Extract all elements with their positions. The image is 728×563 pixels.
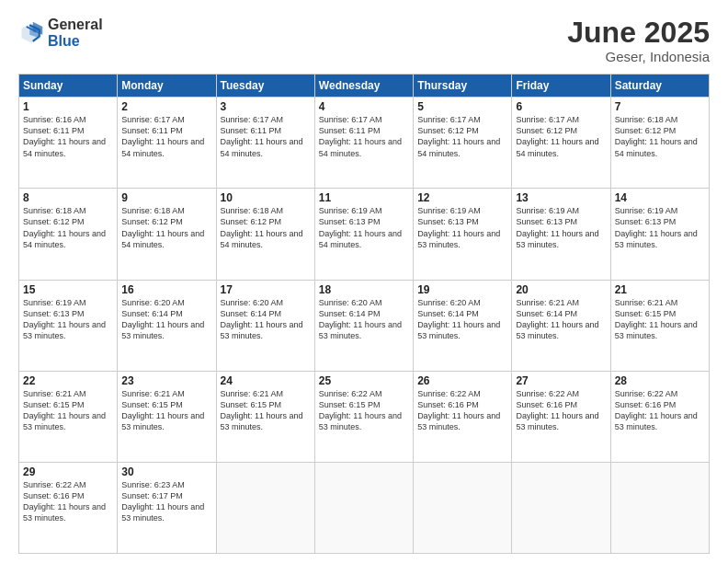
table-row: 25 Sunrise: 6:22 AMSunset: 6:15 PMDaylig… bbox=[314, 371, 413, 462]
logo: General Blue bbox=[18, 17, 103, 49]
calendar-title: June 2025 bbox=[567, 17, 710, 49]
title-block: June 2025 Geser, Indonesia bbox=[567, 17, 710, 64]
day-info: Sunrise: 6:16 AMSunset: 6:11 PMDaylight:… bbox=[23, 115, 106, 157]
day-info: Sunrise: 6:22 AMSunset: 6:16 PMDaylight:… bbox=[516, 389, 598, 431]
day-info: Sunrise: 6:19 AMSunset: 6:13 PMDaylight:… bbox=[23, 298, 106, 340]
day-info: Sunrise: 6:18 AMSunset: 6:12 PMDaylight:… bbox=[23, 206, 106, 248]
day-number: 30 bbox=[121, 465, 211, 478]
day-number: 26 bbox=[417, 374, 507, 387]
table-row: 7 Sunrise: 6:18 AMSunset: 6:12 PMDayligh… bbox=[610, 98, 709, 189]
table-row: 26 Sunrise: 6:22 AMSunset: 6:16 PMDaylig… bbox=[414, 371, 512, 462]
calendar-subtitle: Geser, Indonesia bbox=[567, 49, 710, 64]
table-row: 14 Sunrise: 6:19 AMSunset: 6:13 PMDaylig… bbox=[610, 189, 709, 280]
day-info: Sunrise: 6:22 AMSunset: 6:16 PMDaylight:… bbox=[615, 389, 698, 431]
table-row bbox=[414, 462, 512, 553]
col-sunday: Sunday bbox=[19, 75, 118, 98]
day-info: Sunrise: 6:17 AMSunset: 6:12 PMDaylight:… bbox=[417, 115, 500, 157]
calendar-row: 8 Sunrise: 6:18 AMSunset: 6:12 PMDayligh… bbox=[19, 189, 710, 280]
col-monday: Monday bbox=[118, 75, 216, 98]
day-number: 2 bbox=[121, 100, 211, 113]
day-info: Sunrise: 6:22 AMSunset: 6:15 PMDaylight:… bbox=[319, 389, 402, 431]
day-info: Sunrise: 6:20 AMSunset: 6:14 PMDaylight:… bbox=[221, 298, 303, 340]
day-number: 9 bbox=[121, 191, 211, 204]
day-number: 16 bbox=[121, 283, 211, 296]
table-row: 19 Sunrise: 6:20 AMSunset: 6:14 PMDaylig… bbox=[414, 280, 512, 371]
table-row bbox=[216, 462, 314, 553]
table-row: 29 Sunrise: 6:22 AMSunset: 6:16 PMDaylig… bbox=[19, 462, 118, 553]
day-number: 6 bbox=[516, 100, 606, 113]
day-info: Sunrise: 6:20 AMSunset: 6:14 PMDaylight:… bbox=[417, 298, 500, 340]
table-row: 16 Sunrise: 6:20 AMSunset: 6:14 PMDaylig… bbox=[118, 280, 216, 371]
table-row: 10 Sunrise: 6:18 AMSunset: 6:12 PMDaylig… bbox=[216, 189, 314, 280]
day-info: Sunrise: 6:21 AMSunset: 6:15 PMDaylight:… bbox=[121, 389, 204, 431]
calendar-row: 1 Sunrise: 6:16 AMSunset: 6:11 PMDayligh… bbox=[19, 98, 710, 189]
table-row: 8 Sunrise: 6:18 AMSunset: 6:12 PMDayligh… bbox=[19, 189, 118, 280]
table-row bbox=[610, 462, 709, 553]
day-number: 7 bbox=[615, 100, 705, 113]
logo-icon bbox=[18, 20, 44, 46]
table-row: 28 Sunrise: 6:22 AMSunset: 6:16 PMDaylig… bbox=[610, 371, 709, 462]
table-row: 20 Sunrise: 6:21 AMSunset: 6:14 PMDaylig… bbox=[512, 280, 610, 371]
page: General Blue June 2025 Geser, Indonesia … bbox=[0, 0, 728, 563]
col-saturday: Saturday bbox=[610, 75, 709, 98]
day-info: Sunrise: 6:21 AMSunset: 6:15 PMDaylight:… bbox=[615, 298, 698, 340]
day-number: 8 bbox=[23, 191, 113, 204]
day-number: 27 bbox=[516, 374, 606, 387]
day-number: 3 bbox=[221, 100, 311, 113]
calendar-table: Sunday Monday Tuesday Wednesday Thursday… bbox=[18, 74, 710, 554]
table-row: 6 Sunrise: 6:17 AMSunset: 6:12 PMDayligh… bbox=[512, 98, 610, 189]
day-info: Sunrise: 6:19 AMSunset: 6:13 PMDaylight:… bbox=[319, 206, 402, 248]
table-row: 30 Sunrise: 6:23 AMSunset: 6:17 PMDaylig… bbox=[118, 462, 216, 553]
header-row: Sunday Monday Tuesday Wednesday Thursday… bbox=[19, 75, 710, 98]
col-friday: Friday bbox=[512, 75, 610, 98]
day-info: Sunrise: 6:19 AMSunset: 6:13 PMDaylight:… bbox=[615, 206, 698, 248]
table-row: 5 Sunrise: 6:17 AMSunset: 6:12 PMDayligh… bbox=[414, 98, 512, 189]
day-number: 14 bbox=[615, 191, 705, 204]
table-row: 11 Sunrise: 6:19 AMSunset: 6:13 PMDaylig… bbox=[314, 189, 413, 280]
table-row: 22 Sunrise: 6:21 AMSunset: 6:15 PMDaylig… bbox=[19, 371, 118, 462]
day-number: 23 bbox=[121, 374, 211, 387]
day-info: Sunrise: 6:18 AMSunset: 6:12 PMDaylight:… bbox=[121, 206, 204, 248]
day-number: 19 bbox=[417, 283, 507, 296]
day-number: 13 bbox=[516, 191, 606, 204]
day-number: 12 bbox=[417, 191, 507, 204]
day-number: 22 bbox=[23, 374, 113, 387]
table-row: 4 Sunrise: 6:17 AMSunset: 6:11 PMDayligh… bbox=[314, 98, 413, 189]
table-row: 9 Sunrise: 6:18 AMSunset: 6:12 PMDayligh… bbox=[118, 189, 216, 280]
day-info: Sunrise: 6:22 AMSunset: 6:16 PMDaylight:… bbox=[417, 389, 500, 431]
logo-text: General Blue bbox=[48, 17, 103, 49]
day-number: 20 bbox=[516, 283, 606, 296]
day-number: 4 bbox=[319, 100, 409, 113]
day-info: Sunrise: 6:17 AMSunset: 6:11 PMDaylight:… bbox=[221, 115, 303, 157]
table-row: 27 Sunrise: 6:22 AMSunset: 6:16 PMDaylig… bbox=[512, 371, 610, 462]
table-row bbox=[314, 462, 413, 553]
day-info: Sunrise: 6:19 AMSunset: 6:13 PMDaylight:… bbox=[516, 206, 598, 248]
day-number: 17 bbox=[221, 283, 311, 296]
calendar-row: 15 Sunrise: 6:19 AMSunset: 6:13 PMDaylig… bbox=[19, 280, 710, 371]
table-row: 3 Sunrise: 6:17 AMSunset: 6:11 PMDayligh… bbox=[216, 98, 314, 189]
logo-blue-text: Blue bbox=[48, 33, 103, 50]
day-info: Sunrise: 6:21 AMSunset: 6:15 PMDaylight:… bbox=[221, 389, 303, 431]
day-info: Sunrise: 6:20 AMSunset: 6:14 PMDaylight:… bbox=[319, 298, 402, 340]
day-number: 5 bbox=[417, 100, 507, 113]
day-info: Sunrise: 6:21 AMSunset: 6:15 PMDaylight:… bbox=[23, 389, 106, 431]
day-number: 1 bbox=[23, 100, 113, 113]
table-row: 15 Sunrise: 6:19 AMSunset: 6:13 PMDaylig… bbox=[19, 280, 118, 371]
calendar-row: 29 Sunrise: 6:22 AMSunset: 6:16 PMDaylig… bbox=[19, 462, 710, 553]
day-info: Sunrise: 6:21 AMSunset: 6:14 PMDaylight:… bbox=[516, 298, 598, 340]
day-number: 15 bbox=[23, 283, 113, 296]
day-number: 24 bbox=[221, 374, 311, 387]
day-info: Sunrise: 6:22 AMSunset: 6:16 PMDaylight:… bbox=[23, 480, 106, 523]
table-row: 2 Sunrise: 6:17 AMSunset: 6:11 PMDayligh… bbox=[118, 98, 216, 189]
table-row: 13 Sunrise: 6:19 AMSunset: 6:13 PMDaylig… bbox=[512, 189, 610, 280]
day-info: Sunrise: 6:17 AMSunset: 6:12 PMDaylight:… bbox=[516, 115, 598, 157]
table-row: 17 Sunrise: 6:20 AMSunset: 6:14 PMDaylig… bbox=[216, 280, 314, 371]
header: General Blue June 2025 Geser, Indonesia bbox=[18, 17, 710, 64]
day-info: Sunrise: 6:20 AMSunset: 6:14 PMDaylight:… bbox=[121, 298, 204, 340]
day-info: Sunrise: 6:19 AMSunset: 6:13 PMDaylight:… bbox=[417, 206, 500, 248]
logo-general-text: General bbox=[48, 17, 103, 33]
day-number: 11 bbox=[319, 191, 409, 204]
day-number: 21 bbox=[615, 283, 705, 296]
day-number: 18 bbox=[319, 283, 409, 296]
col-thursday: Thursday bbox=[414, 75, 512, 98]
